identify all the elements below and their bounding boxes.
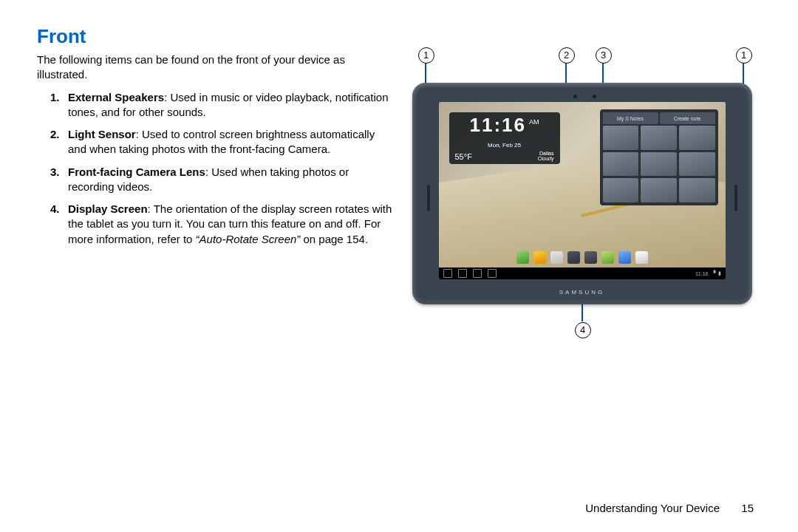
panel-thumbnails <box>603 126 715 202</box>
dock-app-icon <box>516 251 529 264</box>
nav-buttons <box>443 269 497 278</box>
list-item: External Speakers: Used in music or vide… <box>53 90 395 120</box>
clock-condition: Cloudy <box>538 156 554 161</box>
panel-thumb <box>641 126 677 150</box>
nav-back-icon <box>443 269 452 278</box>
nav-capture-icon <box>488 269 497 278</box>
panel-thumb <box>679 152 715 177</box>
panel-thumb <box>679 178 715 202</box>
footer-section: Understanding Your Device <box>585 502 720 514</box>
system-navbar: 11:16▝▮ <box>439 267 726 279</box>
item-title: Light Sensor <box>68 128 136 140</box>
callout-1-left: 1 <box>418 47 434 64</box>
panel-thumb <box>603 126 639 150</box>
dock-app-icon <box>550 251 563 264</box>
clock-widget: 11:16AM Mon, Feb 25 55°F Dallas Cloudy <box>449 112 560 164</box>
page-footer: Understanding Your Device 15 <box>37 502 761 517</box>
item-desc: on page 154. <box>300 233 368 245</box>
clock-city-name: Dallas <box>539 151 553 156</box>
feature-list: External Speakers: Used in music or vide… <box>53 90 395 247</box>
intro-text: The following items can be found on the … <box>37 52 395 83</box>
status-time: 11:16 <box>695 271 709 276</box>
list-item: Front-facing Camera Lens: Used when taki… <box>53 165 395 195</box>
speaker-right-icon <box>734 185 737 211</box>
panel-thumb <box>603 152 639 177</box>
display-screen: 11:16AM Mon, Feb 25 55°F Dallas Cloudy M… <box>439 102 726 279</box>
nav-recent-icon <box>473 269 482 278</box>
section-heading: Front <box>37 25 395 48</box>
footer-page-number: 15 <box>739 502 754 514</box>
dock-app-icon <box>635 251 648 264</box>
clock-ampm: AM <box>529 114 539 126</box>
wifi-icon: ▝ <box>712 270 715 276</box>
app-dock <box>439 248 726 266</box>
notes-panel: My S Notes Create note <box>600 109 718 205</box>
speaker-left-icon <box>427 185 430 211</box>
item-title: Front-facing Camera Lens <box>68 166 205 178</box>
callout-4: 4 <box>575 322 591 338</box>
panel-tab-createnote: Create note <box>660 112 715 124</box>
panel-tab-mynotes: My S Notes <box>603 112 658 124</box>
panel-thumb <box>641 152 677 177</box>
status-bar: 11:16▝▮ <box>695 270 721 276</box>
item-title: External Speakers <box>68 91 164 103</box>
panel-thumb <box>679 126 715 150</box>
clock-temp: 55°F <box>455 152 472 161</box>
dock-app-icon <box>601 251 614 264</box>
battery-icon: ▮ <box>718 270 721 276</box>
dock-app-icon <box>584 251 597 264</box>
nav-home-icon <box>458 269 467 278</box>
clock-city: Dallas Cloudy <box>538 151 554 161</box>
clock-date: Mon, Feb 25 <box>483 141 525 149</box>
panel-thumb <box>641 178 677 202</box>
clock-time: 11:16 <box>470 114 527 137</box>
callout-3: 3 <box>596 47 612 64</box>
dock-app-icon <box>567 251 580 264</box>
callout-1-right: 1 <box>736 47 752 64</box>
cross-reference: “Auto-Rotate Screen” <box>196 233 301 245</box>
dock-app-icon <box>618 251 631 264</box>
tablet-bezel: 11:16AM Mon, Feb 25 55°F Dallas Cloudy M… <box>417 87 748 300</box>
panel-thumb <box>603 178 639 202</box>
list-item: Light Sensor: Used to control screen bri… <box>53 127 395 157</box>
tablet-illustration: 11:16AM Mon, Feb 25 55°F Dallas Cloudy M… <box>412 83 752 304</box>
front-camera-icon <box>593 95 596 98</box>
list-item: Display Screen: The orientation of the d… <box>53 202 395 247</box>
device-diagram: 1 2 3 1 4 <box>405 30 760 340</box>
item-title: Display Screen <box>68 202 148 215</box>
light-sensor-icon <box>573 95 577 98</box>
brand-label: SAMSUNG <box>417 289 748 296</box>
callout-2: 2 <box>559 47 575 64</box>
dock-app-icon <box>533 251 546 264</box>
